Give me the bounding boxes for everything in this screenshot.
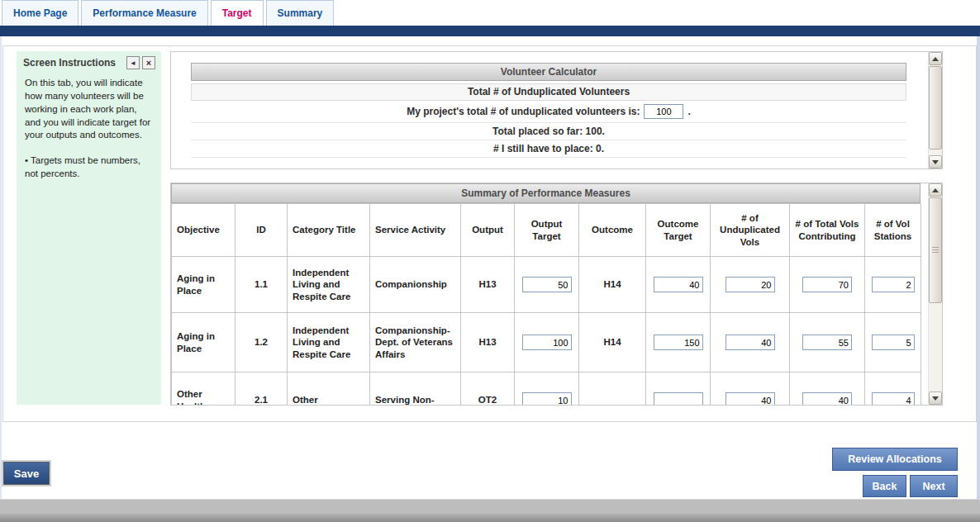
cell-activity: Companionship <box>370 257 461 313</box>
tab-home-page[interactable]: Home Page <box>2 0 78 26</box>
outcome-target-input[interactable] <box>654 392 703 406</box>
page-right-edge <box>977 36 980 499</box>
cell-unduplicated-vols <box>711 373 790 406</box>
unduplicated-vols-input[interactable] <box>725 335 775 350</box>
tab-target[interactable]: Target <box>211 0 264 26</box>
cell-outcome <box>579 373 646 406</box>
cell-vol-stations <box>865 313 921 373</box>
instructions-text: On this tab, you will indicate how many … <box>25 77 153 142</box>
cell-category: Other <box>288 373 370 406</box>
cell-unduplicated-vols <box>711 257 790 313</box>
unduplicated-volunteers-input[interactable] <box>644 104 683 119</box>
cell-objective: Aging in Place <box>172 257 235 313</box>
calculator-scrollbar[interactable] <box>928 52 942 168</box>
cell-id: 1.2 <box>235 313 288 373</box>
tab-bar: Home Page Performance Measure Target Sum… <box>0 0 980 26</box>
volunteer-calculator-panel: Volunteer Calculator Total # of Unduplic… <box>170 51 943 169</box>
cell-vol-stations <box>865 257 921 313</box>
instructions-header: Screen Instructions ◄ × <box>17 51 161 71</box>
cell-output: H13 <box>461 257 515 313</box>
review-allocations-button[interactable]: Review Allocations <box>832 448 958 471</box>
cell-output-target <box>515 313 579 373</box>
table-scrollbar[interactable] <box>928 183 942 405</box>
outcome-target-input[interactable] <box>654 277 703 292</box>
target-page: Home Page Performance Measure Target Sum… <box>0 0 980 522</box>
scroll-up-button[interactable] <box>929 52 942 65</box>
total-vols-input[interactable] <box>802 392 852 406</box>
scrollbar-thumb[interactable] <box>929 66 942 149</box>
cell-id: 1.1 <box>235 257 288 313</box>
cell-outcome-target <box>646 257 711 313</box>
cell-category: Independent Living and Respite Care <box>288 257 370 313</box>
tab-performance-measure[interactable]: Performance Measure <box>81 0 207 26</box>
instructions-body: On this tab, you will indicate how many … <box>17 71 161 187</box>
col-header-vol-stations: # of Vol Stations <box>865 204 921 257</box>
cell-outcome-target <box>646 373 711 406</box>
cell-output-target <box>515 373 579 406</box>
header-bar <box>0 26 980 36</box>
output-target-input[interactable] <box>522 335 572 350</box>
cell-objective: Other Healthy <box>172 373 235 406</box>
scrollbar-thumb[interactable] <box>929 197 942 303</box>
col-header-service-activity: Service Activity <box>370 204 461 257</box>
unduplicated-vols-input[interactable] <box>725 277 775 292</box>
performance-measures-title: Summary of Performance Measures <box>171 183 921 203</box>
table-row: Aging in Place 1.1 Independent Living an… <box>172 257 921 313</box>
close-panel-button[interactable]: × <box>142 56 155 69</box>
scroll-down-button[interactable] <box>929 392 942 405</box>
calculator-input-row: My project's total # of unduplicated vol… <box>191 101 906 123</box>
output-target-input[interactable] <box>522 392 572 406</box>
next-button[interactable]: Next <box>910 475 958 497</box>
screen-instructions-panel: Screen Instructions ◄ × On this tab, you… <box>17 51 161 405</box>
scrollbar-grip-icon <box>932 247 939 254</box>
cell-unduplicated-vols <box>711 313 790 373</box>
status-bar <box>0 514 980 522</box>
tab-summary[interactable]: Summary <box>266 0 335 26</box>
col-header-output: Output <box>461 204 515 257</box>
scroll-up-button[interactable] <box>929 183 942 197</box>
scroll-up-icon <box>932 188 939 192</box>
back-button[interactable]: Back <box>863 475 906 497</box>
table-header-row: Objective ID Category Title Service Acti… <box>172 204 921 257</box>
collapse-panel-button[interactable]: ◄ <box>126 56 140 69</box>
outcome-target-input[interactable] <box>654 335 703 350</box>
cell-vol-stations <box>865 373 921 406</box>
performance-table: Objective ID Category Title Service Acti… <box>171 203 921 406</box>
scroll-down-button[interactable] <box>929 155 942 168</box>
unduplicated-vols-input[interactable] <box>725 392 775 406</box>
output-target-input[interactable] <box>522 277 572 292</box>
calculator-subtitle: Total # of Unduplicated Volunteers <box>191 83 906 101</box>
still-to-place-text: # I still have to place: 0. <box>191 140 906 158</box>
cell-category: Independent Living and Respite Care <box>288 313 370 373</box>
col-header-id: ID <box>235 204 288 257</box>
unduplicated-volunteers-label: My project's total # of unduplicated vol… <box>407 106 640 117</box>
cell-output: H13 <box>461 313 515 373</box>
save-button[interactable]: Save <box>3 462 50 485</box>
cell-activity: Companionship-Dept. of Veterans Affairs <box>370 313 461 373</box>
cell-activity: Serving Non- <box>370 373 461 406</box>
cell-total-vols <box>790 257 865 313</box>
col-header-category-title: Category Title <box>288 204 370 257</box>
vol-stations-input[interactable] <box>872 277 915 292</box>
cell-outcome-target <box>646 313 711 373</box>
col-header-outcome-target: Outcome Target <box>646 204 711 257</box>
cell-outcome: H14 <box>579 313 646 373</box>
calculator-content: Volunteer Calculator Total # of Unduplic… <box>171 52 928 168</box>
collapse-left-icon: ◄ <box>130 59 136 67</box>
scroll-down-icon <box>932 396 939 401</box>
cell-total-vols <box>790 373 865 406</box>
table-row: Aging in Place 1.2 Independent Living an… <box>172 313 921 373</box>
total-vols-input[interactable] <box>802 277 852 292</box>
col-header-output-target: Output Target <box>515 204 579 257</box>
cell-output: OT2 <box>461 373 515 406</box>
vol-stations-input[interactable] <box>872 392 915 406</box>
total-placed-text: Total placed so far: 100. <box>191 123 906 140</box>
scroll-up-icon <box>932 57 939 61</box>
calculator-title: Volunteer Calculator <box>191 63 906 81</box>
total-vols-input[interactable] <box>802 335 852 350</box>
vol-stations-input[interactable] <box>872 335 915 350</box>
calculator-input-period: . <box>687 106 690 117</box>
col-header-unduplicated-vols: # of Unduplicated Vols <box>711 204 790 257</box>
cell-total-vols <box>790 313 865 373</box>
performance-measures-content: Summary of Performance Measures Objectiv… <box>171 183 921 406</box>
